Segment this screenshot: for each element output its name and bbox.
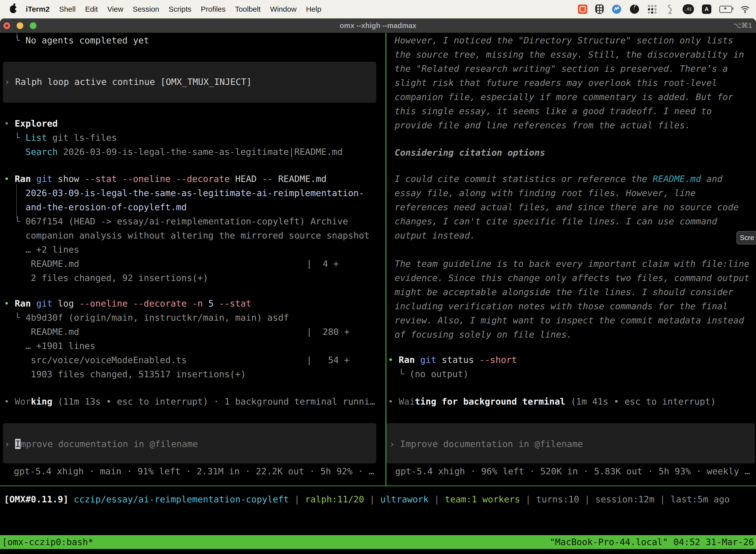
prompt-input-left-text: › Improve documentation in @filename xyxy=(4,439,198,449)
terminal-line: review. Also, I might want to inspect th… xyxy=(395,315,744,326)
gauge-icon[interactable]: ..61 xyxy=(683,4,694,14)
tmux-host-time: "MacBook-Pro-44.local" 04:52 31-Mar-26 xyxy=(550,535,754,549)
menu-shell[interactable]: Shell xyxy=(54,0,80,18)
squiggle-icon[interactable] xyxy=(665,4,675,14)
terminal-line: of focusing solely on file lines. xyxy=(395,329,572,340)
terminal-line: └ 4b9d30f (origin/main, instructkr/main,… xyxy=(4,313,289,323)
terminal-line: output instead. xyxy=(395,230,475,241)
terminal-line: the source tree, missing the essay. Stil… xyxy=(395,49,744,60)
terminal-line: └ (no output) xyxy=(388,369,468,379)
status-line-left: gpt-5.4 xhigh · main · 91% left · 2.31M … xyxy=(14,466,374,477)
terminal-line: The team guideline is to back every impo… xyxy=(395,259,749,269)
terminal-line: 2026-03-09-is-legal-the-same-as-legitima… xyxy=(4,188,364,198)
orange-chat-icon[interactable] xyxy=(578,4,587,14)
wifi-icon[interactable] xyxy=(740,4,750,14)
dark-circle-icon[interactable] xyxy=(630,4,639,14)
terminal-line: • Ran git log --oneline --decorate -n 5 … xyxy=(4,298,251,309)
terminal-line: • Ran git status --short xyxy=(388,355,517,365)
menu-app-name[interactable]: iTerm2 xyxy=(21,0,54,18)
terminal-line: provide file and line references from th… xyxy=(395,120,690,130)
terminal-line: … +1901 lines xyxy=(4,341,95,351)
omx-status-line: [OMX#0.11.9] cczip/essay/ai-reimplementa… xyxy=(4,494,730,505)
tmux-status-bar: [omx-cczip0:bash* "MacBook-Pro-44.local"… xyxy=(0,535,756,549)
terminal-line: src/voice/voiceModeEnabled.ts| 54 + xyxy=(4,355,187,365)
terminal-line: slight risk that future readers may over… xyxy=(395,78,717,88)
terminal-line: • Waiting for background terminal (1m 41… xyxy=(388,396,716,407)
blue-badge-icon[interactable] xyxy=(612,4,622,14)
terminal-line: 1903 files changed, 513517 insertions(+) xyxy=(4,369,246,380)
terminal-line: the "Related research writing" section i… xyxy=(395,63,728,74)
pane-divider[interactable] xyxy=(385,33,386,486)
menu-items: iTerm2ShellEditViewSessionScriptsProfile… xyxy=(0,0,326,18)
terminal-line: changes, I can't cite specific file line… xyxy=(395,216,717,227)
terminal-line: might be acceptable alongside the file l… xyxy=(395,287,733,297)
status-line-right: gpt-5.4 xhigh · 96% left · 520K in · 5.8… xyxy=(395,466,750,477)
terminal-line: └ No agents completed yet xyxy=(4,35,149,46)
menu-session[interactable]: Session xyxy=(128,0,164,18)
terminal-line: Considering citation options xyxy=(395,148,545,158)
terminal-line: • Working (11m 13s • esc to interrupt) ·… xyxy=(4,396,375,407)
terminal-line: └ 067f154 (HEAD -> essay/ai-reimplementa… xyxy=(4,216,348,227)
menu-status-icons: ..61A xyxy=(578,4,756,14)
menubar: iTerm2ShellEditViewSessionScriptsProfile… xyxy=(0,0,756,18)
terminal-line: • Explored xyxy=(4,118,58,129)
terminal-line: companion analysis without altering the … xyxy=(4,230,370,241)
terminal-line: 2 files changed, 92 insertions(+) xyxy=(4,273,208,283)
terminal-line: this single essay, it seems like a good … xyxy=(395,106,712,116)
menu-scripts[interactable]: Scripts xyxy=(164,0,196,18)
terminal-line: README.md| 4 + xyxy=(4,259,79,269)
prompt-input-right-text: › Improve documentation in @filename xyxy=(389,439,583,449)
terminal-line: I could cite commit statistics or refere… xyxy=(395,174,722,184)
pane-bottom-border xyxy=(0,486,756,486)
terminal-line: README.md| 280 + xyxy=(4,327,79,337)
letter-a-icon[interactable]: A xyxy=(702,4,711,14)
dots-grid-icon[interactable] xyxy=(647,4,657,14)
shield-grid-icon[interactable] xyxy=(595,4,604,14)
terminal-line: … +2 lines xyxy=(4,244,79,255)
menu-view[interactable]: View xyxy=(103,0,128,18)
menu-help[interactable]: Help xyxy=(301,0,326,18)
screen-overlay: Scre xyxy=(737,231,756,244)
terminal-line: and-the-erosion-of-copyleft.md xyxy=(4,202,187,213)
terminal-line: Search 2026-03-09-is-legal-the-same-as-l… xyxy=(4,147,342,157)
menu-profiles[interactable]: Profiles xyxy=(196,0,230,18)
terminal-line: including verification notes with those … xyxy=(395,301,728,312)
terminal-line: companion file, especially if more comme… xyxy=(395,92,733,102)
terminal-line: However, I noticed the "Directory Struct… xyxy=(395,35,733,46)
terminal-line: references need actual files, and since … xyxy=(395,202,739,213)
menu-window[interactable]: Window xyxy=(265,0,301,18)
terminal-line: evidence. Since this change only affects… xyxy=(395,273,749,283)
terminal-line: • Ran git show --stat --oneline --decora… xyxy=(4,174,327,184)
battery-icon[interactable] xyxy=(719,6,732,13)
terminal-line: └ List git ls-files xyxy=(4,132,117,143)
menu-edit[interactable]: Edit xyxy=(80,0,103,18)
tmux-session-label: [omx-cczip0:bash* xyxy=(2,535,93,549)
menu-toolbelt[interactable]: Toolbelt xyxy=(231,0,265,18)
inject-banner-text: › Ralph loop active continue [OMX_TMUX_I… xyxy=(4,77,252,87)
apple-icon[interactable] xyxy=(10,5,17,13)
terminal-line: essay file, along with finding root file… xyxy=(395,188,696,198)
